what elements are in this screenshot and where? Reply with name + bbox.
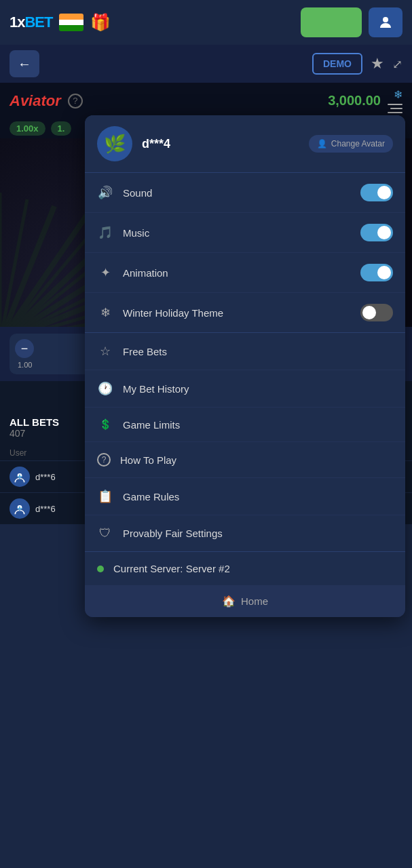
- logo-accent: BET: [24, 14, 52, 31]
- animation-icon: ✦: [97, 265, 113, 280]
- expand-icon: ⤢: [392, 58, 402, 71]
- sound-toggle-knob: [377, 186, 391, 199]
- game-limits-label: Game Limits: [123, 419, 393, 431]
- change-avatar-button[interactable]: 👤 Change Avatar: [309, 135, 393, 153]
- server-label: Current Server: Server #2: [113, 563, 230, 574]
- game-top-bar: Aviator ? 3,000.00 ❄: [0, 83, 412, 119]
- menu-item-music[interactable]: 🎵 Music: [85, 213, 405, 253]
- header: 1xBET 🎁: [0, 0, 412, 45]
- sound-toggle[interactable]: [360, 184, 393, 201]
- game-rules-icon: 📋: [97, 489, 113, 504]
- settings-dropdown: 🌿 d***4 👤 Change Avatar 🔊 Sound 🎵 Music …: [85, 115, 405, 617]
- multiplier-badge-1: 1.00x: [10, 121, 45, 136]
- menu-toggle-section: 🔊 Sound 🎵 Music ✦ Animation ❄ Winter Hol…: [85, 172, 405, 332]
- expand-button[interactable]: ⤢: [392, 55, 402, 73]
- menu-item-bet-history[interactable]: 🕐 My Bet History: [85, 370, 405, 408]
- bet1-min-label: 1.00: [18, 361, 32, 369]
- menu-avatar: 🌿: [97, 126, 132, 161]
- sub-header: ← DEMO ★ ⤢: [0, 45, 412, 83]
- menu-nav-section: ☆ Free Bets 🕐 My Bet History 💲 Game Limi…: [85, 332, 405, 551]
- svg-point-0: [383, 17, 388, 22]
- music-toggle[interactable]: [360, 224, 393, 241]
- game-limits-icon: 💲: [97, 418, 113, 431]
- username: d***6: [35, 504, 56, 514]
- menu-home-section[interactable]: 🏠 Home: [85, 585, 405, 617]
- menu-item-provably-fair[interactable]: 🛡 Provably Fair Settings: [85, 515, 405, 551]
- deposit-button[interactable]: [301, 7, 362, 37]
- bet1-minus-button[interactable]: −: [15, 339, 34, 358]
- avatar-icon: [13, 470, 26, 484]
- back-button[interactable]: ←: [10, 50, 39, 77]
- logo: 1xBET: [10, 14, 52, 31]
- menu-item-game-limits[interactable]: 💲 Game Limits: [85, 408, 405, 442]
- aviator-logo: Aviator: [10, 92, 61, 110]
- provably-fair-icon: 🛡: [97, 526, 113, 540]
- animation-toggle[interactable]: [360, 264, 393, 281]
- menu-bar-1: [388, 104, 402, 105]
- avatar-icon: [13, 502, 26, 515]
- music-icon: 🎵: [97, 225, 113, 240]
- menu-item-animation[interactable]: ✦ Animation: [85, 253, 405, 293]
- animation-toggle-knob: [377, 266, 391, 279]
- how-to-play-icon: ?: [97, 453, 111, 467]
- person-icon: 👤: [317, 139, 327, 149]
- menu-item-free-bets[interactable]: ☆ Free Bets: [85, 333, 405, 370]
- snowflake-icon: ❄: [394, 88, 402, 101]
- bet-history-label: My Bet History: [123, 383, 393, 395]
- star-icon: ★: [371, 55, 384, 72]
- demo-button[interactable]: DEMO: [312, 53, 362, 75]
- server-item: Current Server: Server #2: [85, 552, 405, 585]
- balance-display: 3,000.00: [328, 93, 381, 108]
- settings-menu-button[interactable]: ❄: [388, 88, 402, 113]
- menu-bar-3: [388, 112, 402, 113]
- bets-count: 407: [10, 428, 59, 439]
- menu-item-how-to-play[interactable]: ? How To Play: [85, 442, 405, 478]
- sound-label: Sound: [123, 187, 351, 199]
- music-toggle-knob: [377, 226, 391, 239]
- user-button[interactable]: [369, 7, 402, 37]
- menu-bar-2: [390, 108, 402, 109]
- back-arrow-icon: ←: [18, 56, 31, 72]
- multiplier-badge-2: 1.: [51, 121, 72, 136]
- free-bets-label: Free Bets: [123, 346, 393, 357]
- flag-icon: [59, 14, 83, 31]
- all-bets-label: ALL BETS: [10, 416, 59, 428]
- menu-server-section: Current Server: Server #2: [85, 551, 405, 585]
- server-status-dot: [97, 566, 104, 572]
- how-to-play-label: How To Play: [120, 454, 393, 466]
- home-label: Home: [241, 595, 268, 607]
- help-icon[interactable]: ?: [68, 94, 83, 108]
- menu-item-game-rules[interactable]: 📋 Game Rules: [85, 478, 405, 515]
- menu-username: d***4: [142, 137, 299, 151]
- winter-theme-toggle-knob: [362, 306, 376, 319]
- animation-label: Animation: [123, 267, 351, 279]
- change-avatar-label: Change Avatar: [331, 139, 385, 149]
- winter-theme-toggle[interactable]: [360, 304, 393, 321]
- menu-item-winter-theme[interactable]: ❄ Winter Holiday Theme: [85, 293, 405, 332]
- free-bets-icon: ☆: [97, 344, 113, 359]
- favorites-button[interactable]: ★: [371, 55, 384, 73]
- user-icon: [377, 14, 394, 31]
- provably-fair-label: Provably Fair Settings: [123, 528, 393, 539]
- home-icon: 🏠: [222, 595, 236, 608]
- avatar: [10, 498, 30, 519]
- username: d***6: [35, 472, 56, 482]
- gift-icon: 🎁: [90, 13, 111, 32]
- game-rules-label: Game Rules: [123, 491, 393, 502]
- menu-user-section: 🌿 d***4 👤 Change Avatar: [85, 115, 405, 172]
- winter-theme-icon: ❄: [97, 305, 113, 320]
- avatar: [10, 467, 30, 487]
- bet-history-icon: 🕐: [97, 381, 113, 396]
- menu-item-sound[interactable]: 🔊 Sound: [85, 173, 405, 213]
- music-label: Music: [123, 227, 351, 239]
- winter-theme-label: Winter Holiday Theme: [123, 307, 351, 319]
- sound-icon: 🔊: [97, 185, 113, 200]
